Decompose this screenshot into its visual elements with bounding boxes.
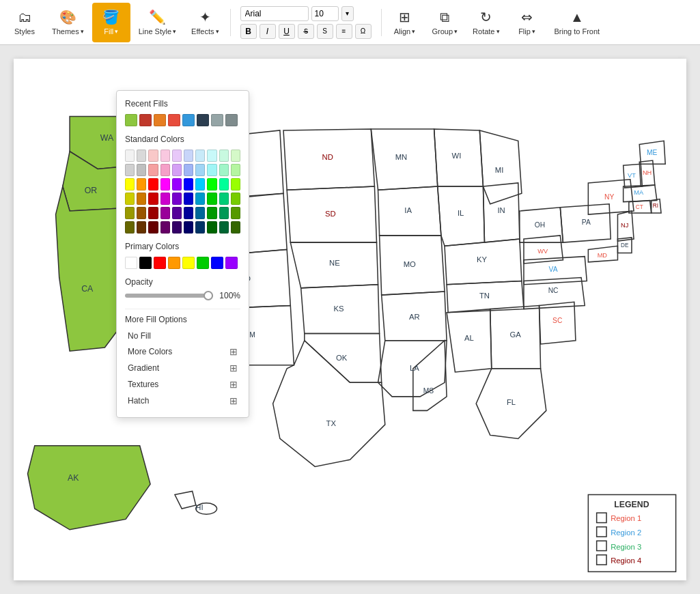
- standard-color-swatch[interactable]: [231, 164, 240, 176]
- textures-option[interactable]: Textures ⊞: [125, 376, 240, 393]
- standard-color-swatch[interactable]: [160, 164, 170, 176]
- standard-color-swatch[interactable]: [160, 150, 170, 162]
- state-ms[interactable]: [413, 341, 447, 411]
- standard-color-swatch[interactable]: [172, 193, 182, 205]
- standard-color-swatch[interactable]: [125, 150, 135, 162]
- effects-button[interactable]: ✦ Effects ▾: [184, 3, 225, 42]
- standard-color-swatch[interactable]: [184, 178, 193, 190]
- recent-color-swatch[interactable]: [211, 114, 223, 126]
- no-fill-option[interactable]: No Fill: [125, 328, 240, 343]
- subscript-button[interactable]: ≡: [336, 24, 352, 39]
- standard-color-swatch[interactable]: [231, 150, 240, 162]
- recent-color-swatch[interactable]: [125, 114, 137, 126]
- standard-color-swatch[interactable]: [160, 221, 170, 234]
- standard-color-swatch[interactable]: [219, 178, 229, 190]
- strikethrough1-button[interactable]: S̶: [298, 24, 314, 39]
- primary-color-swatch[interactable]: [211, 257, 223, 269]
- standard-color-swatch[interactable]: [137, 207, 146, 219]
- standard-color-swatch[interactable]: [160, 193, 170, 205]
- fill-button[interactable]: 🪣 Fill ▾: [92, 3, 130, 42]
- standard-color-swatch[interactable]: [231, 193, 240, 205]
- recent-color-swatch[interactable]: [139, 114, 152, 126]
- standard-color-swatch[interactable]: [219, 164, 229, 176]
- standard-color-swatch[interactable]: [184, 150, 193, 162]
- font-size-input[interactable]: [311, 6, 339, 21]
- primary-color-swatch[interactable]: [182, 257, 195, 269]
- standard-color-swatch[interactable]: [160, 178, 170, 190]
- standard-color-swatch[interactable]: [207, 193, 216, 205]
- standard-color-swatch[interactable]: [184, 193, 193, 205]
- standard-color-swatch[interactable]: [172, 150, 182, 162]
- standard-color-swatch[interactable]: [184, 207, 193, 219]
- font-name-input[interactable]: [240, 6, 309, 21]
- standard-color-swatch[interactable]: [219, 193, 229, 205]
- state-hi[interactable]: [175, 491, 196, 509]
- state-tx[interactable]: [273, 341, 385, 467]
- more-colors-option[interactable]: More Colors ⊞: [125, 343, 240, 360]
- standard-color-swatch[interactable]: [125, 221, 135, 234]
- standard-color-swatch[interactable]: [207, 150, 216, 162]
- standard-color-swatch[interactable]: [148, 193, 158, 205]
- standard-color-swatch[interactable]: [207, 221, 216, 234]
- line-style-button[interactable]: ✏️ Line Style ▾: [132, 3, 183, 42]
- standard-color-swatch[interactable]: [137, 164, 146, 176]
- standard-color-swatch[interactable]: [125, 193, 135, 205]
- recent-color-swatch[interactable]: [197, 114, 209, 126]
- group-button[interactable]: ⧉ Group ▾: [425, 3, 465, 42]
- standard-color-swatch[interactable]: [184, 221, 193, 234]
- standard-color-swatch[interactable]: [137, 150, 146, 162]
- themes-button[interactable]: 🎨 Themes ▾: [45, 3, 91, 42]
- standard-color-swatch[interactable]: [172, 221, 182, 234]
- standard-color-swatch[interactable]: [195, 164, 205, 176]
- styles-button[interactable]: 🗂 Styles: [5, 3, 44, 42]
- italic-button[interactable]: I: [260, 24, 276, 39]
- primary-color-swatch[interactable]: [139, 257, 152, 269]
- standard-color-swatch[interactable]: [148, 221, 158, 234]
- standard-color-swatch[interactable]: [219, 207, 229, 219]
- standard-color-swatch[interactable]: [148, 150, 158, 162]
- recent-color-swatch[interactable]: [182, 114, 195, 126]
- primary-color-swatch[interactable]: [125, 257, 137, 269]
- flip-button[interactable]: ⇔ Flip ▾: [508, 3, 546, 42]
- bold-button[interactable]: B: [240, 24, 257, 39]
- align-button[interactable]: ⊞ Align ▾: [386, 3, 424, 42]
- primary-color-swatch[interactable]: [197, 257, 209, 269]
- standard-color-swatch[interactable]: [195, 178, 205, 190]
- standard-color-swatch[interactable]: [172, 178, 182, 190]
- standard-color-swatch[interactable]: [207, 207, 216, 219]
- standard-color-swatch[interactable]: [137, 221, 146, 234]
- standard-color-swatch[interactable]: [125, 164, 135, 176]
- special-char-button[interactable]: Ω: [355, 24, 372, 39]
- standard-color-swatch[interactable]: [160, 207, 170, 219]
- strikethrough2-button[interactable]: S: [317, 24, 333, 39]
- bring-to-front-button[interactable]: ▲ Bring to Front: [548, 3, 607, 42]
- primary-color-swatch[interactable]: [168, 257, 180, 269]
- recent-color-swatch[interactable]: [168, 114, 180, 126]
- hatch-option[interactable]: Hatch ⊞: [125, 393, 240, 409]
- opacity-slider[interactable]: [125, 294, 213, 298]
- recent-color-swatch[interactable]: [154, 114, 166, 126]
- standard-color-swatch[interactable]: [231, 221, 240, 234]
- standard-color-swatch[interactable]: [172, 164, 182, 176]
- standard-color-swatch[interactable]: [125, 207, 135, 219]
- recent-color-swatch[interactable]: [225, 114, 238, 126]
- standard-color-swatch[interactable]: [195, 150, 205, 162]
- standard-color-swatch[interactable]: [148, 207, 158, 219]
- standard-color-swatch[interactable]: [137, 193, 146, 205]
- font-size-decrease-button[interactable]: ▾: [341, 6, 354, 21]
- rotate-button[interactable]: ↻ Rotate ▾: [466, 3, 506, 42]
- standard-color-swatch[interactable]: [195, 193, 205, 205]
- standard-color-swatch[interactable]: [231, 178, 240, 190]
- us-map[interactable]: WA OR CA NV ID AK HI MT WY CO UT AZ NM N…: [14, 59, 686, 580]
- standard-color-swatch[interactable]: [231, 207, 240, 219]
- standard-color-swatch[interactable]: [125, 178, 135, 190]
- standard-color-swatch[interactable]: [219, 150, 229, 162]
- primary-color-swatch[interactable]: [225, 257, 238, 269]
- gradient-option[interactable]: Gradient ⊞: [125, 360, 240, 376]
- standard-color-swatch[interactable]: [195, 221, 205, 234]
- state-ak[interactable]: [28, 446, 151, 530]
- standard-color-swatch[interactable]: [148, 164, 158, 176]
- underline-button[interactable]: U: [279, 24, 295, 39]
- standard-color-swatch[interactable]: [137, 178, 146, 190]
- standard-color-swatch[interactable]: [172, 207, 182, 219]
